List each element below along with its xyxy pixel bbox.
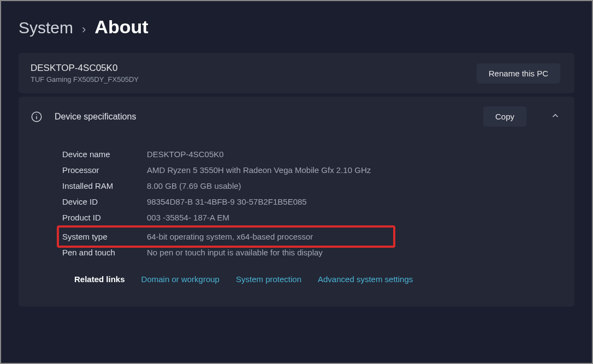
spec-value: DESKTOP-4SC05K0 — [147, 150, 224, 159]
spec-value: 64-bit operating system, x64-based proce… — [147, 232, 313, 241]
spec-label: Product ID — [62, 213, 147, 222]
link-system-protection[interactable]: System protection — [236, 275, 301, 284]
spec-row-processor: Processor AMD Ryzen 5 3550H with Radeon … — [62, 162, 553, 178]
spec-row-device-name: Device name DESKTOP-4SC05K0 — [62, 146, 553, 162]
spec-label: Device ID — [62, 197, 147, 206]
spec-value: 98354D87-B 31-4BFB-9 30-57B2F1B5E085 — [147, 197, 307, 206]
svg-point-2 — [36, 114, 37, 115]
device-specifications-card: Device specifications Copy Device name D… — [19, 97, 574, 307]
related-links-label: Related links — [74, 275, 125, 284]
chevron-right-icon: › — [82, 22, 86, 37]
device-specifications-body: Device name DESKTOP-4SC05K0 Processor AM… — [19, 136, 574, 307]
chevron-up-icon[interactable] — [550, 111, 560, 123]
device-specifications-header[interactable]: Device specifications Copy — [19, 97, 574, 136]
breadcrumb-parent[interactable]: System — [19, 19, 73, 37]
copy-button[interactable]: Copy — [483, 106, 526, 127]
info-icon — [31, 111, 43, 123]
device-model: TUF Gaming FX505DY_FX505DY — [31, 75, 139, 83]
spec-row-ram: Installed RAM 8.00 GB (7.69 GB usable) — [62, 178, 553, 194]
spec-label: Device name — [62, 150, 147, 159]
spec-label: Processor — [62, 165, 147, 175]
link-advanced-system-settings[interactable]: Advanced system settings — [318, 275, 413, 284]
spec-row-system-type: System type 64-bit operating system, x64… — [62, 229, 393, 244]
device-specifications-title: Device specifications — [55, 112, 471, 122]
spec-row-pen-touch: Pen and touch No pen or touch input is a… — [62, 244, 553, 260]
spec-value: 003 -35854- 187-A EM — [147, 213, 229, 222]
breadcrumb: System › About — [19, 16, 574, 38]
spec-row-product-id: Product ID 003 -35854- 187-A EM — [62, 210, 553, 225]
rename-pc-button[interactable]: Rename this PC — [477, 63, 560, 83]
spec-value: No pen or touch input is available for t… — [147, 248, 323, 257]
spec-row-device-id: Device ID 98354D87-B 31-4BFB-9 30-57B2F1… — [62, 194, 553, 210]
spec-value: 8.00 GB (7.69 GB usable) — [147, 181, 241, 190]
spec-label: Pen and touch — [62, 248, 147, 257]
spec-value: AMD Ryzen 5 3550H with Radeon Vega Mobil… — [147, 165, 371, 175]
device-header-card: DESKTOP-4SC05K0 TUF Gaming FX505DY_FX505… — [19, 53, 574, 93]
page-title: About — [94, 16, 148, 38]
device-name: DESKTOP-4SC05K0 — [31, 63, 139, 74]
link-domain-workgroup[interactable]: Domain or workgroup — [141, 275, 220, 284]
spec-label: Installed RAM — [62, 181, 147, 190]
related-links-row: Related links Domain or workgroup System… — [62, 260, 553, 294]
spec-label: System type — [62, 232, 147, 241]
